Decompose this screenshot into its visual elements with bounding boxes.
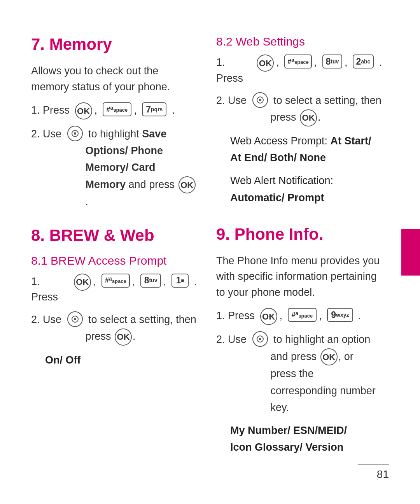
step-2-rest-9: to highlight an option and press OK, or … [271, 331, 382, 416]
section-9-title: 9. Phone Info. [216, 225, 382, 244]
left-column: 7. Memory Allows you to check out the me… [31, 31, 216, 473]
key-hash-9: #aspace [288, 308, 317, 322]
section-7-step-1: 1. Press OK , #aspace , 7pqrs . [31, 102, 197, 119]
step-1-comma-9b: , [319, 308, 325, 324]
section-82-step-1: 1. Press OK , #aspace , 8tuv , 2abc . [216, 54, 382, 86]
nav-icon-82 [252, 92, 268, 108]
nav-icon-9 [252, 331, 268, 347]
section-9-step-1: 1. Press OK , #aspace , 9wxyz . [216, 308, 382, 325]
key-ok-9: OK [260, 308, 277, 325]
step-1-comma-1: , [94, 102, 100, 118]
section-9-description: The Phone Info menu provides you with sp… [216, 253, 382, 300]
section-82: 8.2 Web Settings 1. Press OK , #aspace ,… [216, 35, 382, 206]
step-1-period-81: . [191, 274, 197, 290]
right-column: 8.2 Web Settings 1. Press OK , #aspace ,… [216, 31, 401, 473]
step-1-number-9: 1. Press [216, 308, 258, 324]
step-1-comma-81b: , [132, 274, 138, 290]
key-hash-82: #aspace [284, 54, 312, 68]
step-2-text-9: 2. Use [216, 331, 250, 348]
section-82-option1-label: Web Access Prompt: At Start/ At End/ Bot… [230, 133, 382, 166]
section-8-title: 8. BREW & Web [31, 226, 197, 245]
step-1-comma-81a: , [93, 274, 99, 290]
page-number: 81 [358, 468, 389, 481]
nav-icon-1 [67, 126, 83, 141]
key-ok-82: OK [257, 54, 274, 72]
step-1-comma-2: , [134, 102, 140, 118]
key-2abc-82: 2abc [353, 54, 374, 68]
section-7-step-2: 2. Use to highlight Save Options/ Phone … [31, 126, 197, 211]
key-8tuv-82: 8tuv [322, 54, 342, 68]
step-1-period-9: . [355, 308, 361, 324]
section-81-step-1: 1. Press OK , #aspace , 8tuv , 1■ . [31, 274, 197, 305]
sidebar-tab: Settings [401, 31, 420, 473]
key-hash-81: #aspace [102, 274, 130, 288]
bottom-divider [358, 464, 389, 465]
key-ok-1: OK [75, 102, 92, 119]
step-1-number-82: 1. Press [216, 54, 254, 86]
step-1-comma-82c: , [345, 54, 350, 70]
step-2-rest-82: to select a setting, then press OK. [271, 92, 382, 126]
step-2-rest: to highlight Save Options/ Phone Memory/… [86, 126, 197, 211]
section-9-option: My Number/ ESN/MEID/Icon Glossary/ Versi… [230, 422, 382, 456]
section-7-title: 7. Memory [31, 35, 197, 54]
sidebar-marker [401, 229, 420, 276]
section-7: 7. Memory Allows you to check out the me… [31, 35, 197, 211]
key-9wxyz: 9wxyz [327, 308, 353, 322]
step-2-rest-81: to select a setting, then press OK. [86, 311, 197, 346]
step-1-number: 1. Press [31, 102, 73, 118]
section-82-option2-label: Web Alert Notification:Automatic/ Prompt [230, 172, 382, 206]
section-9: 9. Phone Info. The Phone Info menu provi… [216, 225, 382, 456]
key-hash-1: #aspace [103, 102, 132, 116]
section-82-title: 8.2 Web Settings [216, 35, 382, 48]
nav-icon-81 [67, 311, 83, 327]
key-8tuv-81: 8tuv [140, 274, 161, 288]
step-1-period-82: . [376, 54, 382, 70]
section-8: 8. BREW & Web 8.1 BREW Access Prompt 1. … [31, 226, 197, 369]
key-1-81: 1■ [172, 274, 189, 288]
page-container: 7. Memory Allows you to check out the me… [0, 0, 420, 504]
page-number-container: 81 [358, 464, 389, 481]
step-1-comma-82b: , [314, 54, 320, 70]
step-1-period: . [169, 102, 175, 118]
section-82-step-2: 2. Use to select a setting, then press O… [216, 92, 382, 126]
step-2-text-82: 2. Use [216, 92, 250, 109]
main-content: 7. Memory Allows you to check out the me… [0, 0, 420, 504]
step-2-text-81: 2. Use [31, 311, 65, 328]
section-7-description: Allows you to check out the memory statu… [31, 63, 197, 95]
section-81-step-2: 2. Use to select a setting, then press O… [31, 311, 197, 346]
section-9-step-2: 2. Use to highlight an option and press … [216, 331, 382, 416]
step-1-number-81: 1. Press [31, 274, 72, 305]
section-81-title: 8.1 BREW Access Prompt [31, 254, 197, 267]
key-ok-81: OK [74, 274, 91, 291]
step-1-comma-81c: , [163, 274, 169, 290]
step-1-comma-82a: , [276, 54, 282, 70]
section-81-option: On/ Off [45, 352, 197, 369]
key-7pqrs: 7pqrs [142, 102, 166, 116]
step-2-text: 2. Use [31, 126, 65, 142]
step-1-comma-9a: , [280, 308, 285, 324]
